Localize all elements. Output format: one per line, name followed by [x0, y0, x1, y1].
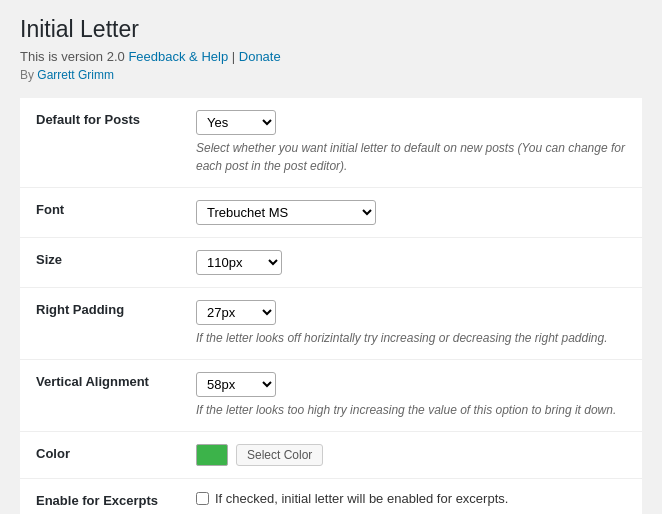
version-text: This is version 2.0	[20, 49, 125, 64]
row-enable-excerpts: Enable for Excerpts If checked, initial …	[20, 479, 642, 515]
select-font[interactable]: Trebuchet MS Arial Georgia Times New Rom…	[196, 200, 376, 225]
row-vertical-alignment: Vertical Alignment 40px 45px 50px 55px 5…	[20, 360, 642, 432]
row-right-padding: Right Padding 10px 15px 20px 25px 27px 3…	[20, 288, 642, 360]
label-vertical-alignment: Vertical Alignment	[20, 360, 180, 432]
label-default-for-posts: Default for Posts	[20, 98, 180, 188]
donate-link[interactable]: Donate	[239, 49, 281, 64]
feedback-link[interactable]: Feedback & Help	[128, 49, 228, 64]
cell-size: 90px 100px 110px 120px 130px	[180, 238, 642, 288]
author-link[interactable]: Garrett Grimm	[37, 68, 114, 82]
by-label: By	[20, 68, 34, 82]
label-enable-excerpts: Enable for Excerpts	[20, 479, 180, 515]
color-swatch[interactable]	[196, 444, 228, 466]
select-right-padding[interactable]: 10px 15px 20px 25px 27px 30px	[196, 300, 276, 325]
version-line: This is version 2.0 Feedback & Help | Do…	[20, 49, 642, 64]
label-size: Size	[20, 238, 180, 288]
color-picker-row: Select Color	[196, 444, 626, 466]
description-vertical-alignment: If the letter looks too high try increas…	[196, 401, 626, 419]
label-font: Font	[20, 188, 180, 238]
cell-font: Trebuchet MS Arial Georgia Times New Rom…	[180, 188, 642, 238]
description-enable-excerpts: If checked, initial letter will be enabl…	[215, 491, 508, 506]
description-right-padding: If the letter looks off horizintally try…	[196, 329, 626, 347]
cell-right-padding: 10px 15px 20px 25px 27px 30px If the let…	[180, 288, 642, 360]
row-size: Size 90px 100px 110px 120px 130px	[20, 238, 642, 288]
row-font: Font Trebuchet MS Arial Georgia Times Ne…	[20, 188, 642, 238]
checkbox-enable-excerpts[interactable]	[196, 492, 209, 505]
cell-color: Select Color	[180, 432, 642, 479]
select-default-for-posts[interactable]: Yes No	[196, 110, 276, 135]
by-line: By Garrett Grimm	[20, 68, 642, 82]
row-default-for-posts: Default for Posts Yes No Select whether …	[20, 98, 642, 188]
select-vertical-alignment[interactable]: 40px 45px 50px 55px 58px 60px 65px	[196, 372, 276, 397]
select-size[interactable]: 90px 100px 110px 120px 130px	[196, 250, 282, 275]
cell-default-for-posts: Yes No Select whether you want initial l…	[180, 98, 642, 188]
checkbox-row-excerpts: If checked, initial letter will be enabl…	[196, 491, 626, 506]
row-color: Color Select Color	[20, 432, 642, 479]
page-title: Initial Letter	[20, 16, 642, 43]
select-color-button[interactable]: Select Color	[236, 444, 323, 466]
separator: |	[232, 49, 235, 64]
page-container: Initial Letter This is version 2.0 Feedb…	[0, 0, 662, 514]
cell-vertical-alignment: 40px 45px 50px 55px 58px 60px 65px If th…	[180, 360, 642, 432]
label-color: Color	[20, 432, 180, 479]
description-default-for-posts: Select whether you want initial letter t…	[196, 139, 626, 175]
label-right-padding: Right Padding	[20, 288, 180, 360]
cell-enable-excerpts: If checked, initial letter will be enabl…	[180, 479, 642, 515]
settings-table: Default for Posts Yes No Select whether …	[20, 98, 642, 514]
